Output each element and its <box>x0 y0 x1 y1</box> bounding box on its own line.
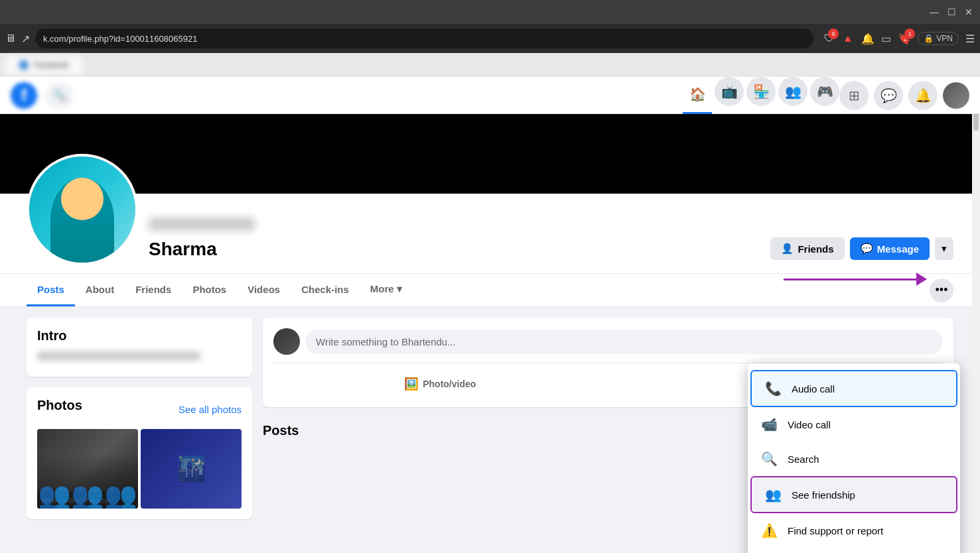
nav-home-button[interactable]: 🏠 <box>683 77 712 114</box>
tab-more[interactable]: More ▾ <box>360 274 413 306</box>
find-support-icon: ⚠️ <box>758 520 780 541</box>
arrow-annotation <box>784 273 927 286</box>
post-placeholder: Write something to Bhartendu... <box>316 336 456 347</box>
menu-icon[interactable]: ☰ <box>965 32 975 45</box>
search-nav-icon: 🔍 <box>53 89 66 101</box>
alert-icon[interactable]: 🔺 <box>841 32 855 45</box>
photos-grid: Meanwhile in Pakistan 👥👥👥 🌃 <box>37 429 242 509</box>
fb-search-box[interactable]: 🔍 <box>45 82 74 109</box>
bookmark-icon[interactable]: 🔖 1 <box>898 32 911 45</box>
nav-left: f 🔍 <box>11 82 683 109</box>
tab-about-label: About <box>86 284 114 295</box>
friends-button[interactable]: 👤 Friends <box>770 237 844 260</box>
dropdown-search[interactable]: 🔍 Search <box>748 442 960 476</box>
post-input[interactable]: Write something to Bhartendu... <box>305 330 943 354</box>
profile-name-section: Sharma <box>138 217 770 265</box>
toolbar-right: 🛡 6 🔺 🔔 ▭ 🔖 1 🔒 VPN ☰ <box>824 32 975 45</box>
intro-text-blurred <box>37 351 200 361</box>
profile-name: Sharma <box>149 239 760 260</box>
audio-call-icon: 📞 <box>762 378 784 399</box>
see-all-photos-link[interactable]: See all photos <box>178 404 242 415</box>
message-label: Message <box>877 243 919 255</box>
nav-user-avatar[interactable] <box>943 82 969 109</box>
browser-tabs-bar: 🔵 Facebook <box>0 53 980 77</box>
message-button[interactable]: 💬 Message <box>850 237 930 260</box>
see-friendship-icon: 👥 <box>762 484 784 505</box>
search-dropdown-icon: 🔍 <box>758 448 780 469</box>
nav-messenger-button[interactable]: 💬 <box>874 81 903 110</box>
extensions-icon[interactable]: 🛡 6 <box>824 32 835 44</box>
tab-checkins[interactable]: Check-ins <box>291 275 360 306</box>
profile-tabs: Posts About Friends Photos Videos Check-… <box>0 274 980 307</box>
vpn-icon: 🔒 <box>924 34 934 43</box>
share-icon[interactable]: ↗ <box>21 32 30 45</box>
address-bar[interactable]: k.com/profile.php?id=100011608065921 <box>35 29 813 48</box>
profile-info-bar: Sharma 👤 Friends 💬 Message ▾ <box>0 194 980 274</box>
tab-favicon: 🔵 <box>19 60 29 70</box>
minimize-icon[interactable]: — <box>928 6 940 18</box>
arrow-line <box>784 278 916 280</box>
facebook-navbar: f 🔍 🏠 📺 🏪 👥 🎮 ⊞ 💬 🔔 <box>0 77 980 114</box>
tab-about[interactable]: About <box>75 275 125 306</box>
photos-title: Photos <box>37 398 82 413</box>
nav-marketplace-button[interactable]: 🏪 <box>746 77 776 106</box>
browser-tab[interactable]: 🔵 Facebook <box>5 56 82 74</box>
profile-options-button[interactable]: ••• <box>930 278 953 302</box>
profile-more-dropdown-button[interactable]: ▾ <box>935 237 953 260</box>
browser-toolbar: 🖥 ↗ k.com/profile.php?id=100011608065921… <box>0 24 980 53</box>
tab-friends[interactable]: Friends <box>125 275 182 306</box>
vpn-button[interactable]: 🔒 VPN <box>918 32 959 45</box>
dropdown-find-support[interactable]: ⚠️ Find support or report <box>748 513 960 548</box>
profile-container: Sharma 👤 Friends 💬 Message ▾ Posts About… <box>0 114 980 307</box>
dropdown-audio-call[interactable]: 📞 Audio call <box>750 370 957 407</box>
profile-actions: 👤 Friends 💬 Message ▾ <box>770 237 953 265</box>
photo-video-button[interactable]: 🖼️ Photo/video <box>273 371 607 397</box>
video-call-icon: 📹 <box>758 414 780 435</box>
see-friendship-label: See friendship <box>792 489 855 501</box>
intro-card: Intro <box>27 318 252 377</box>
nav-gaming-button[interactable]: 🎮 <box>810 77 839 106</box>
nav-notifications-button[interactable]: 🔔 <box>908 81 938 110</box>
tab-photos[interactable]: Photos <box>182 275 237 306</box>
bookmark-badge: 1 <box>904 29 915 39</box>
photo-thumb-1[interactable]: Meanwhile in Pakistan 👥👥👥 <box>37 429 138 509</box>
nav-friends-button[interactable]: 👥 <box>778 77 807 106</box>
fb-logo[interactable]: f <box>11 82 37 109</box>
friends-label: Friends <box>798 243 833 255</box>
browser-titlebar: — ☐ ✕ <box>0 0 980 24</box>
close-icon[interactable]: ✕ <box>963 6 975 18</box>
browser-chrome: — ☐ ✕ 🖥 ↗ k.com/profile.php?id=100011608… <box>0 0 980 53</box>
photo-thumb-2[interactable]: 🌃 <box>141 429 242 509</box>
write-post-header: Write something to Bhartendu... <box>273 328 943 355</box>
photo-video-label: Photo/video <box>423 379 476 389</box>
tab-videos[interactable]: Videos <box>237 275 291 306</box>
search-label: Search <box>788 454 819 465</box>
nav-center: 🏠 📺 🏪 👥 🎮 <box>683 77 839 114</box>
tab-posts[interactable]: Posts <box>27 275 75 306</box>
maximize-icon[interactable]: ☐ <box>945 6 957 18</box>
video-call-label: Video call <box>788 419 831 430</box>
screen-icon[interactable]: 🖥 <box>5 32 16 44</box>
photos-card: Photos See all photos Meanwhile in Pakis… <box>27 387 252 519</box>
cover-photo <box>0 114 980 194</box>
extension-badge: 6 <box>828 29 839 39</box>
photo-video-icon: 🖼️ <box>404 377 419 391</box>
audio-call-label: Audio call <box>792 383 835 395</box>
dropdown-video-call[interactable]: 📹 Video call <box>748 407 960 442</box>
profile-avatar <box>27 154 138 265</box>
find-support-label: Find support or report <box>788 525 883 536</box>
friends-icon: 👤 <box>781 243 794 255</box>
scrollbar[interactable] <box>972 90 980 553</box>
nav-watch-button[interactable]: 📺 <box>715 77 744 106</box>
profile-name-blurred <box>149 217 255 231</box>
layout-icon[interactable]: ▭ <box>881 32 891 45</box>
intro-title: Intro <box>37 328 242 343</box>
bell-toolbar-icon[interactable]: 🔔 <box>861 32 875 45</box>
dropdown-see-friendship[interactable]: 👥 See friendship <box>750 476 957 513</box>
nav-menu-button[interactable]: ⊞ <box>839 81 869 110</box>
nav-right: ⊞ 💬 🔔 <box>839 81 969 110</box>
dropdown-block[interactable]: 🚫 Block <box>748 548 960 553</box>
tab-title: Facebook <box>34 60 69 70</box>
profile-dropdown-menu: 📞 Audio call 📹 Video call 🔍 Search 👥 See… <box>748 363 960 553</box>
left-column: Intro Photos See all photos Meanwhile in… <box>27 318 252 530</box>
